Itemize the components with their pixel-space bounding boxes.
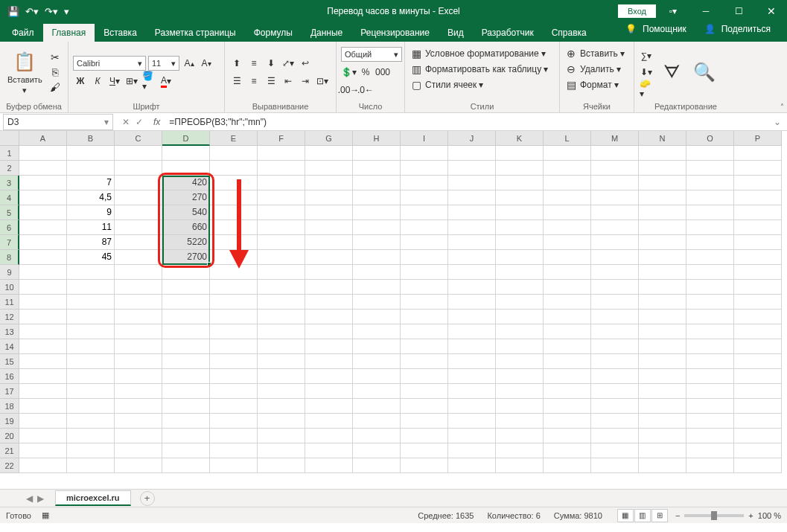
cell[interactable] bbox=[353, 324, 401, 339]
cell[interactable] bbox=[544, 220, 591, 235]
cell[interactable]: 45 bbox=[67, 250, 115, 265]
cell[interactable] bbox=[19, 429, 67, 443]
cell[interactable] bbox=[19, 443, 67, 458]
cell[interactable] bbox=[591, 458, 639, 473]
cell[interactable] bbox=[496, 354, 544, 369]
cell[interactable] bbox=[162, 161, 210, 176]
autosum-icon[interactable]: ∑▾ bbox=[639, 48, 654, 63]
cut-icon[interactable]: ✂ bbox=[48, 51, 62, 64]
cell[interactable] bbox=[591, 146, 639, 161]
cell[interactable] bbox=[544, 190, 591, 205]
cell[interactable] bbox=[353, 176, 401, 190]
cell[interactable] bbox=[401, 265, 448, 280]
col-header[interactable]: B bbox=[67, 131, 115, 146]
cell[interactable] bbox=[210, 235, 258, 250]
cell[interactable] bbox=[353, 190, 401, 205]
cell[interactable] bbox=[734, 458, 782, 473]
tab-data[interactable]: Данные bbox=[302, 24, 351, 42]
cell[interactable] bbox=[353, 354, 401, 369]
cell[interactable] bbox=[19, 339, 67, 354]
col-header[interactable]: P bbox=[734, 131, 782, 146]
cell[interactable] bbox=[115, 310, 162, 324]
name-box[interactable]: D3▾ bbox=[3, 114, 113, 130]
cell[interactable] bbox=[734, 205, 782, 220]
cell[interactable] bbox=[210, 443, 258, 458]
cell[interactable] bbox=[162, 310, 210, 324]
cell[interactable] bbox=[305, 429, 353, 443]
cell[interactable] bbox=[686, 339, 734, 354]
page-layout-view-icon[interactable]: ▥ bbox=[634, 509, 651, 522]
cell[interactable] bbox=[210, 205, 258, 220]
row-header[interactable]: 15 bbox=[0, 354, 19, 369]
cell[interactable] bbox=[67, 161, 115, 176]
col-header[interactable]: I bbox=[401, 131, 448, 146]
cell[interactable] bbox=[686, 384, 734, 399]
cell[interactable] bbox=[591, 369, 639, 384]
cell[interactable] bbox=[591, 310, 639, 324]
cell[interactable] bbox=[448, 265, 496, 280]
cell[interactable] bbox=[162, 414, 210, 429]
cell[interactable] bbox=[496, 414, 544, 429]
cell[interactable] bbox=[639, 324, 686, 339]
cell[interactable] bbox=[544, 324, 591, 339]
cell[interactable] bbox=[401, 280, 448, 295]
cell[interactable] bbox=[210, 190, 258, 205]
cell[interactable] bbox=[401, 310, 448, 324]
cell[interactable] bbox=[115, 458, 162, 473]
cell[interactable] bbox=[734, 339, 782, 354]
cell[interactable] bbox=[162, 324, 210, 339]
tab-home[interactable]: Главная bbox=[43, 24, 95, 42]
select-all-corner[interactable] bbox=[0, 131, 19, 146]
cell[interactable] bbox=[734, 146, 782, 161]
cell[interactable] bbox=[544, 146, 591, 161]
normal-view-icon[interactable]: ▦ bbox=[617, 509, 634, 522]
cell[interactable]: 2700 bbox=[162, 250, 210, 265]
cell[interactable] bbox=[305, 384, 353, 399]
cell[interactable] bbox=[544, 399, 591, 414]
cell[interactable] bbox=[544, 161, 591, 176]
row-header[interactable]: 16 bbox=[0, 369, 19, 384]
col-header[interactable]: M bbox=[591, 131, 639, 146]
cell[interactable] bbox=[448, 458, 496, 473]
cancel-formula-icon[interactable]: ✕ bbox=[122, 117, 130, 127]
cell[interactable] bbox=[639, 369, 686, 384]
row-header[interactable]: 22 bbox=[0, 458, 19, 473]
fill-color-icon[interactable]: 🪣▾ bbox=[141, 74, 156, 89]
cell[interactable] bbox=[496, 146, 544, 161]
cell[interactable] bbox=[734, 250, 782, 265]
cell[interactable] bbox=[258, 161, 305, 176]
find-select-button[interactable]: 🔍 bbox=[689, 44, 719, 100]
cell[interactable] bbox=[115, 176, 162, 190]
cell[interactable] bbox=[258, 384, 305, 399]
cell[interactable] bbox=[639, 384, 686, 399]
cell[interactable] bbox=[448, 384, 496, 399]
cell[interactable] bbox=[639, 176, 686, 190]
cell[interactable] bbox=[686, 369, 734, 384]
cell[interactable] bbox=[591, 205, 639, 220]
cell[interactable] bbox=[210, 414, 258, 429]
cell[interactable] bbox=[19, 190, 67, 205]
comma-icon[interactable]: 000 bbox=[375, 65, 390, 80]
cell[interactable] bbox=[496, 458, 544, 473]
cell[interactable] bbox=[448, 205, 496, 220]
cell[interactable] bbox=[448, 161, 496, 176]
border-icon[interactable]: ⊞▾ bbox=[124, 74, 139, 89]
cell[interactable] bbox=[686, 220, 734, 235]
cell[interactable] bbox=[305, 324, 353, 339]
increase-font-icon[interactable]: A▴ bbox=[182, 56, 197, 71]
cell[interactable] bbox=[734, 384, 782, 399]
cell[interactable] bbox=[162, 295, 210, 310]
cell[interactable] bbox=[686, 205, 734, 220]
cell[interactable] bbox=[448, 250, 496, 265]
cell[interactable] bbox=[401, 429, 448, 443]
cell[interactable] bbox=[67, 414, 115, 429]
cell[interactable] bbox=[353, 265, 401, 280]
cell[interactable] bbox=[639, 414, 686, 429]
cell[interactable] bbox=[67, 354, 115, 369]
formula-bar[interactable]: =ПРЕОБР(B3;"hr";"mn") bbox=[165, 117, 768, 127]
cell[interactable] bbox=[544, 458, 591, 473]
increase-decimal-icon[interactable]: .00→ bbox=[341, 83, 356, 97]
cell[interactable] bbox=[686, 324, 734, 339]
tab-developer[interactable]: Разработчик bbox=[473, 24, 543, 42]
zoom-level[interactable]: 100 % bbox=[758, 511, 781, 520]
